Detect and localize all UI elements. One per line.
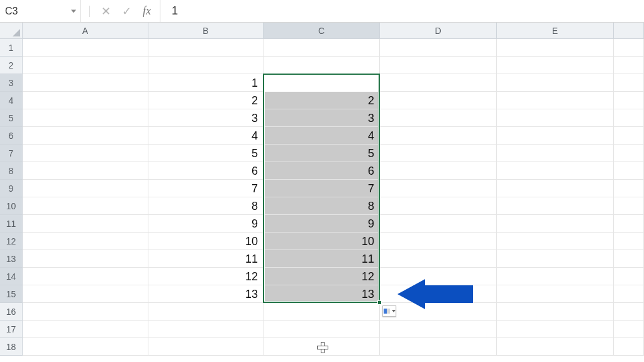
row-header[interactable]: 1 [0,39,23,57]
cell[interactable] [497,162,614,180]
cell[interactable] [614,338,644,356]
cell[interactable] [380,250,497,268]
cell[interactable] [380,338,497,356]
row-header[interactable]: 3 [0,74,23,92]
cell[interactable] [497,215,614,233]
cell[interactable] [497,303,614,321]
cell[interactable] [380,180,497,197]
cell[interactable] [497,268,614,285]
cell[interactable] [614,57,644,74]
cell[interactable] [497,145,614,162]
cell[interactable]: 8 [264,197,380,215]
cell[interactable] [148,321,264,338]
cell[interactable] [148,338,264,356]
cell[interactable] [264,338,380,356]
cell[interactable] [614,250,644,268]
cell[interactable] [614,285,644,303]
cell[interactable]: 2 [148,92,264,109]
cell[interactable]: 3 [148,109,264,127]
row-header[interactable]: 15 [0,285,23,303]
row-header[interactable]: 16 [0,303,23,321]
row-header[interactable]: 6 [0,127,23,145]
row-header[interactable]: 2 [0,57,23,74]
cell[interactable] [614,197,644,215]
cell[interactable] [614,127,644,145]
cell[interactable] [497,250,614,268]
cell[interactable]: 11 [148,250,264,268]
autofill-options-button[interactable] [382,305,396,317]
cell[interactable] [23,338,148,356]
cell[interactable] [614,233,644,250]
row-header[interactable]: 7 [0,145,23,162]
cell[interactable]: 13 [148,285,264,303]
cell[interactable] [23,233,148,250]
cell[interactable]: 7 [148,180,264,197]
cell[interactable] [497,180,614,197]
cell[interactable] [614,162,644,180]
cell[interactable] [497,57,614,74]
cell[interactable]: 7 [264,180,380,197]
cell[interactable] [380,39,497,57]
cell[interactable] [380,127,497,145]
row-header[interactable]: 17 [0,321,23,338]
row-header[interactable]: 14 [0,268,23,285]
fx-icon[interactable]: fx [143,4,151,18]
name-box[interactable]: C3 [0,0,80,22]
cell[interactable] [614,180,644,197]
cell[interactable] [614,268,644,285]
cell[interactable] [23,303,148,321]
cell[interactable] [148,39,264,57]
row-header[interactable]: 13 [0,250,23,268]
cell[interactable]: 4 [148,127,264,145]
cell[interactable] [23,215,148,233]
cell[interactable] [380,92,497,109]
worksheet[interactable]: ABCDE12311422533644755866977108811991210… [0,23,644,362]
cell[interactable] [380,285,497,303]
cell[interactable] [380,57,497,74]
row-header[interactable]: 9 [0,180,23,197]
cell[interactable] [497,285,614,303]
cell[interactable] [148,57,264,74]
cell[interactable] [380,233,497,250]
cell[interactable] [497,321,614,338]
row-header[interactable]: 10 [0,197,23,215]
cell[interactable] [380,145,497,162]
cell[interactable]: 10 [264,233,380,250]
cell[interactable] [497,74,614,92]
cell[interactable] [264,57,380,74]
row-header[interactable]: 8 [0,162,23,180]
cell[interactable] [380,197,497,215]
cell[interactable] [380,109,497,127]
cell[interactable]: 5 [148,145,264,162]
cell[interactable] [614,39,644,57]
cell[interactable] [614,145,644,162]
cell[interactable] [264,39,380,57]
cell[interactable] [497,92,614,109]
cell[interactable]: 11 [264,250,380,268]
col-header-e[interactable]: E [497,23,614,39]
cell[interactable] [380,74,497,92]
cell[interactable] [380,303,497,321]
cell[interactable] [614,74,644,92]
cell[interactable]: 6 [148,162,264,180]
enter-icon[interactable]: ✓ [122,4,131,18]
cell[interactable] [380,268,497,285]
cell[interactable] [23,145,148,162]
cell[interactable] [380,215,497,233]
cell[interactable] [23,162,148,180]
cell[interactable] [614,303,644,321]
cell[interactable] [23,57,148,74]
select-all-corner[interactable] [0,23,23,39]
cell[interactable]: 2 [264,92,380,109]
cell[interactable] [614,92,644,109]
cell[interactable] [497,197,614,215]
cell[interactable]: 3 [264,109,380,127]
cell[interactable] [23,285,148,303]
row-header[interactable]: 11 [0,215,23,233]
cell[interactable] [148,303,264,321]
cell[interactable] [264,303,380,321]
cell[interactable]: 1 [148,74,264,92]
cell[interactable] [23,127,148,145]
cell[interactable]: 9 [148,215,264,233]
row-header[interactable]: 18 [0,338,23,356]
